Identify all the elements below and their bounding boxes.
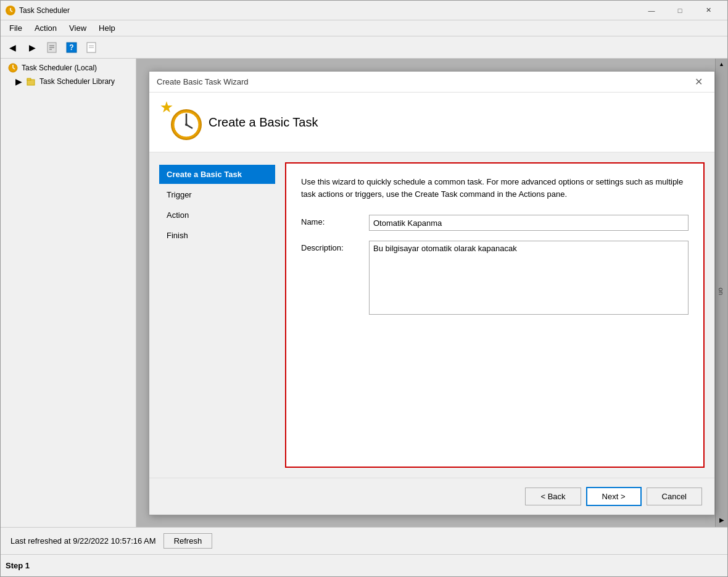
menu-file[interactable]: File (3, 22, 28, 34)
ts-content: Task Scheduler (Local) ▶ Task Scheduler … (1, 59, 727, 527)
maximize-button[interactable]: □ (666, 1, 694, 20)
menu-action[interactable]: Action (28, 22, 63, 34)
toolbar-icon1[interactable] (43, 39, 61, 56)
forward-button[interactable]: ▶ (23, 39, 41, 56)
wizard-step-finish[interactable]: Finish (159, 226, 275, 245)
minimize-button[interactable]: — (637, 1, 666, 20)
wizard-step-create[interactable]: Create a Basic Task (159, 165, 275, 184)
wizard-overlay: Create Basic Task Wizard ✕ (136, 59, 727, 527)
wizard-description-text: Use this wizard to quickly schedule a co… (301, 176, 689, 200)
step-label: Step 1 (6, 561, 30, 570)
menu-view[interactable]: View (63, 22, 93, 34)
content-area: Task Scheduler (Local) ▶ Task Scheduler … (1, 59, 727, 576)
sidebar-label-ts: Task Scheduler (Local) (22, 64, 97, 72)
svg-text:?: ? (69, 43, 73, 52)
wizard-body: Create a Basic Task Trigger Action Finis… (149, 152, 714, 478)
app-icon (6, 6, 15, 15)
title-bar: Task Scheduler — □ ✕ (1, 1, 727, 20)
sidebar-item-taskscheduler[interactable]: Task Scheduler (Local) (3, 61, 133, 75)
back-button[interactable]: < Back (525, 488, 581, 505)
window-controls: — □ ✕ (637, 1, 722, 20)
wizard-close-button[interactable]: ✕ (690, 73, 707, 91)
description-input[interactable]: Bu bilgisayar otomatik olarak kapanacak (369, 241, 689, 315)
toolbar-icon3[interactable] (82, 39, 101, 56)
description-form-row: Description: Bu bilgisayar otomatik olar… (301, 241, 689, 315)
name-input[interactable] (369, 215, 689, 231)
menu-bar: File Action View Help (1, 20, 727, 36)
wizard-title-bar: Create Basic Task Wizard ✕ (149, 72, 714, 93)
cancel-button[interactable]: Cancel (647, 488, 702, 505)
bottom-bar: Step 1 (1, 554, 727, 576)
name-label: Name: (301, 215, 369, 226)
menu-help[interactable]: Help (93, 22, 122, 34)
main-window: Task Scheduler — □ ✕ File Action View He… (0, 0, 728, 577)
status-bar: Last refreshed at 9/22/2022 10:57:16 AM … (1, 527, 727, 554)
wizard-icon (164, 105, 199, 139)
refresh-button[interactable]: Refresh (163, 533, 213, 549)
wizard-step-action[interactable]: Action (159, 205, 275, 225)
wizard-header-title: Create a Basic Task (209, 115, 318, 130)
ts-main: ▲ on ▶ Create Basic Task Wizard ✕ (136, 59, 727, 527)
description-label: Description: (301, 241, 369, 252)
name-form-row: Name: (301, 215, 689, 231)
last-refreshed-text: Last refreshed at 9/22/2022 10:57:16 AM (10, 536, 156, 546)
sidebar: Task Scheduler (Local) ▶ Task Scheduler … (1, 59, 136, 527)
svg-point-21 (185, 123, 188, 126)
next-button[interactable]: Next > (586, 487, 642, 506)
wizard-dialog: Create Basic Task Wizard ✕ (149, 71, 715, 515)
toolbar-icon2[interactable]: ? (62, 39, 81, 56)
toolbar: ◀ ▶ ? (1, 36, 727, 59)
wizard-step-trigger[interactable]: Trigger (159, 185, 275, 204)
sidebar-item-library[interactable]: ▶ Task Scheduler Library (3, 75, 133, 88)
wizard-steps: Create a Basic Task Trigger Action Finis… (149, 152, 285, 478)
svg-rect-16 (27, 78, 31, 80)
wizard-content: Use this wizard to quickly schedule a co… (285, 162, 705, 468)
sidebar-label-library: Task Scheduler Library (39, 77, 115, 86)
close-button[interactable]: ✕ (694, 1, 722, 20)
wizard-title-text: Create Basic Task Wizard (157, 77, 690, 86)
wizard-footer: < Back Next > Cancel (149, 478, 714, 515)
back-button[interactable]: ◀ (3, 39, 22, 56)
wizard-header: Create a Basic Task (149, 93, 714, 152)
window-title: Task Scheduler (19, 6, 637, 15)
